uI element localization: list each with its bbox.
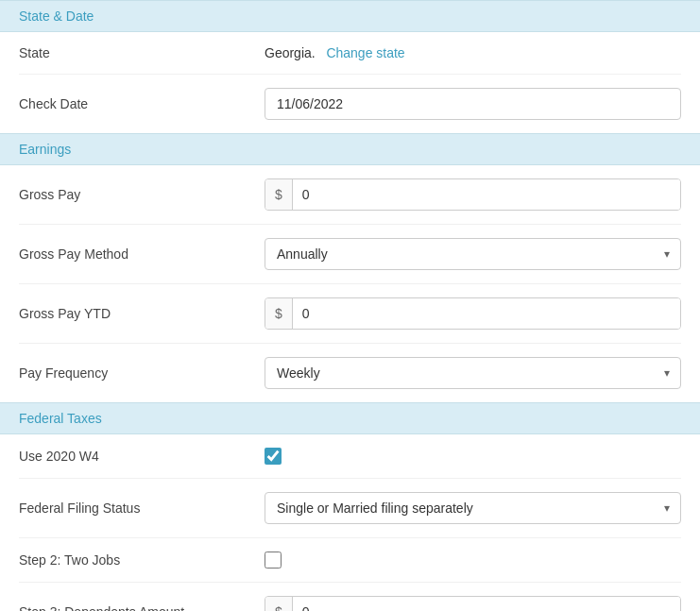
gross-pay-ytd-prefix: $ (265, 298, 293, 329)
main-container: State & Date State Georgia. Change state… (0, 0, 700, 611)
step3-dependents-row: Step 3: Dependents Amount $ (19, 583, 681, 611)
check-date-row: Check Date (19, 75, 681, 133)
earnings-section-header: Earnings (0, 133, 700, 165)
gross-pay-label: Gross Pay (19, 187, 265, 202)
state-date-header-label: State & Date (19, 8, 94, 24)
earnings-header-label: Earnings (19, 142, 71, 157)
gross-pay-prefix: $ (265, 179, 293, 210)
federal-filing-status-label: Federal Filing Status (19, 501, 265, 516)
step2-two-jobs-label: Step 2: Two Jobs (19, 552, 265, 568)
step3-dependents-control: $ (265, 596, 681, 611)
gross-pay-ytd-label: Gross Pay YTD (19, 306, 265, 321)
change-state-link[interactable]: Change state (326, 45, 404, 60)
federal-filing-status-control: Single or Married filing separately Marr… (265, 492, 681, 524)
gross-pay-row: Gross Pay $ (19, 165, 681, 225)
step2-two-jobs-checkbox[interactable] (265, 552, 282, 569)
check-date-label: Check Date (19, 96, 265, 111)
gross-pay-method-control: Annually Monthly Semi-Monthly Bi-Weekly … (265, 238, 681, 270)
federal-taxes-section-body: Use 2020 W4 Federal Filing Status Single… (0, 434, 700, 611)
state-date-section-header: State & Date (0, 0, 700, 32)
step3-dependents-prefix: $ (265, 597, 293, 611)
pay-frequency-label: Pay Frequency (19, 365, 265, 381)
pay-frequency-select-wrap: Weekly Bi-Weekly Semi-Monthly Monthly ▾ (265, 357, 681, 389)
gross-pay-method-select-wrap: Annually Monthly Semi-Monthly Bi-Weekly … (265, 238, 681, 270)
federal-taxes-header-label: Federal Taxes (19, 411, 102, 426)
gross-pay-ytd-control: $ (265, 297, 681, 330)
use-2020-w4-row: Use 2020 W4 (19, 434, 681, 479)
state-row: State Georgia. Change state (19, 32, 681, 75)
gross-pay-ytd-row: Gross Pay YTD $ (19, 284, 681, 344)
federal-taxes-section-header: Federal Taxes (0, 402, 700, 434)
pay-frequency-select[interactable]: Weekly Bi-Weekly Semi-Monthly Monthly (265, 357, 681, 389)
federal-filing-status-select[interactable]: Single or Married filing separately Marr… (265, 492, 681, 524)
step3-dependents-label: Step 3: Dependents Amount (19, 604, 265, 611)
state-date-section-body: State Georgia. Change state Check Date (0, 32, 700, 133)
use-2020-w4-checkbox[interactable] (265, 448, 282, 465)
federal-filing-status-select-wrap: Single or Married filing separately Marr… (265, 492, 681, 524)
gross-pay-ytd-input-wrap: $ (265, 297, 681, 330)
state-text: Georgia. (265, 45, 316, 60)
step2-two-jobs-control (265, 552, 681, 569)
federal-filing-status-row: Federal Filing Status Single or Married … (19, 479, 681, 538)
gross-pay-control: $ (265, 178, 681, 211)
state-value-wrap: Georgia. Change state (265, 45, 681, 60)
gross-pay-input-wrap: $ (265, 178, 681, 211)
gross-pay-method-select[interactable]: Annually Monthly Semi-Monthly Bi-Weekly … (265, 238, 681, 270)
step3-dependents-input[interactable] (293, 597, 680, 611)
check-date-input[interactable] (265, 88, 681, 120)
pay-frequency-control: Weekly Bi-Weekly Semi-Monthly Monthly ▾ (265, 357, 681, 389)
gross-pay-method-label: Gross Pay Method (19, 246, 265, 262)
use-2020-w4-label: Use 2020 W4 (19, 449, 265, 464)
state-label: State (19, 45, 265, 60)
use-2020-w4-control (265, 448, 681, 465)
check-date-control (265, 88, 681, 120)
gross-pay-method-row: Gross Pay Method Annually Monthly Semi-M… (19, 225, 681, 284)
step2-two-jobs-row: Step 2: Two Jobs (19, 538, 681, 583)
step3-dependents-input-wrap: $ (265, 596, 681, 611)
gross-pay-input[interactable] (293, 179, 680, 210)
gross-pay-ytd-input[interactable] (293, 298, 680, 329)
earnings-section-body: Gross Pay $ Gross Pay Method Annually Mo… (0, 165, 700, 402)
pay-frequency-row: Pay Frequency Weekly Bi-Weekly Semi-Mont… (19, 344, 681, 402)
